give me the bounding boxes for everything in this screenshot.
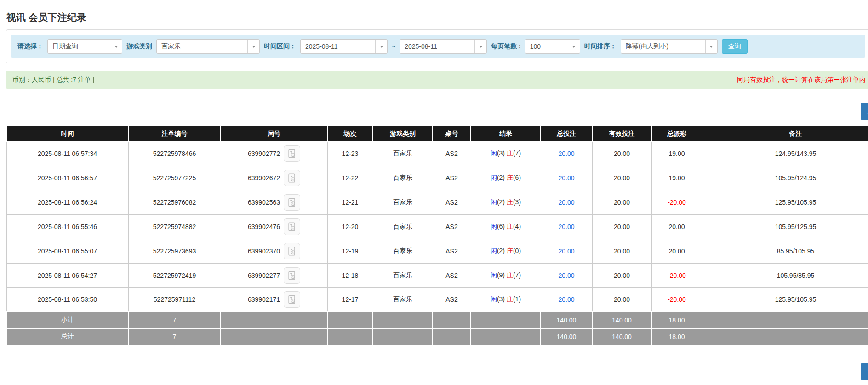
cell-session: 12-18 — [327, 263, 373, 287]
cell-total-bet-link[interactable]: 20.00 — [541, 239, 592, 263]
cell-bet-id: 522725977225 — [128, 166, 221, 190]
video-replay-button[interactable] — [284, 267, 300, 284]
game-type-select[interactable]: 百家乐 — [156, 39, 260, 54]
select-type-label: 请选择： — [17, 42, 43, 51]
chevron-down-icon — [705, 40, 717, 53]
cell-table-no: AS2 — [433, 287, 471, 312]
cell-game-type: 百家乐 — [373, 141, 433, 166]
pagination-page-1-top[interactable]: 1 — [861, 103, 868, 120]
result-banker-score: (3) — [513, 198, 521, 206]
header-remark: 备注 — [702, 126, 868, 141]
cell-valid-bet: 20.00 — [592, 166, 651, 190]
result-player-score: (3) — [497, 295, 505, 303]
result-banker-label: 庄 — [507, 295, 513, 303]
grand-total-count: 7 — [128, 328, 221, 345]
date-from-value: 2025-08-11 — [301, 43, 375, 50]
subtotal-payout: 18.00 — [651, 312, 702, 328]
cell-total-bet-link[interactable]: 20.00 — [541, 166, 592, 190]
header-session: 场次 — [327, 126, 373, 141]
cell-session: 12-21 — [327, 190, 373, 214]
cell-payout: 20.00 — [651, 239, 702, 263]
header-game-type: 游戏类别 — [373, 126, 433, 141]
cell-time: 2025-08-11 06:55:46 — [6, 214, 128, 239]
table-header: 时间 注单编号 局号 场次 游戏类别 桌号 结果 总投注 有效投注 总派彩 备注 — [6, 126, 868, 141]
sort-label: 时间排序： — [584, 42, 617, 51]
video-replay-button[interactable] — [284, 194, 300, 211]
cell-valid-bet: 20.00 — [592, 141, 651, 166]
cell-game-type: 百家乐 — [373, 166, 433, 190]
chevron-down-icon — [110, 40, 122, 53]
sort-select[interactable]: 降冪(由大到小) — [621, 39, 718, 54]
table-row: 2025-08-11 06:56:24 522725976082 6399025… — [6, 190, 868, 214]
filter-bar: 请选择： 日期查询 游戏类别 百家乐 时间区间： 2025-08-11 ~ 20… — [11, 35, 865, 58]
table-footer: 小计 7 140.00 140.00 18.00 总计 7 140.00 140… — [6, 312, 868, 345]
cell-time: 2025-08-11 06:55:07 — [6, 239, 128, 263]
date-from-select[interactable]: 2025-08-11 — [300, 39, 388, 54]
query-type-value: 日期查询 — [48, 42, 110, 51]
pagination-page-1-bottom[interactable]: 1 — [861, 363, 868, 380]
per-page-label: 每页笔数 : — [491, 42, 521, 51]
chevron-down-icon — [247, 40, 259, 53]
video-replay-icon — [287, 246, 297, 256]
summary-bar: 币别：人民币 | 总共 :7 注单 | 同局有效投注，统一计算在该局第一张注单内 — [6, 71, 868, 89]
result-player-label: 闲 — [491, 174, 497, 181]
date-to-select[interactable]: 2025-08-11 — [400, 39, 487, 54]
cell-total-bet-link[interactable]: 20.00 — [541, 287, 592, 312]
video-replay-icon — [287, 294, 297, 305]
cell-total-bet-link[interactable]: 20.00 — [541, 263, 592, 287]
game-type-label: 游戏类别 — [126, 42, 152, 51]
result-banker-label: 庄 — [507, 247, 513, 254]
result-player-label: 闲 — [491, 271, 497, 279]
cell-time: 2025-08-11 06:56:57 — [6, 166, 128, 190]
video-replay-icon — [287, 222, 297, 232]
cell-payout: 19.00 — [651, 141, 702, 166]
cell-valid-bet: 20.00 — [592, 239, 651, 263]
cell-round-id: 639902672 — [221, 166, 327, 190]
grand-total-total-bet: 140.00 — [541, 328, 592, 345]
per-page-value: 100 — [525, 43, 568, 50]
video-replay-button[interactable] — [284, 145, 300, 162]
cell-bet-id: 522725972419 — [128, 263, 221, 287]
filter-panel: 请选择： 日期查询 游戏类别 百家乐 时间区间： 2025-08-11 ~ 20… — [6, 29, 868, 63]
header-time: 时间 — [6, 126, 128, 141]
cell-total-bet-link[interactable]: 20.00 — [541, 190, 592, 214]
video-replay-button[interactable] — [284, 218, 300, 235]
video-replay-button[interactable] — [284, 243, 300, 259]
table-row: 2025-08-11 06:55:07 522725973693 6399023… — [6, 239, 868, 263]
cell-time: 2025-08-11 06:57:34 — [6, 141, 128, 166]
video-replay-icon — [287, 270, 297, 281]
cell-payout: -20.00 — [651, 287, 702, 312]
cell-table-no: AS2 — [433, 166, 471, 190]
subtotal-valid-bet: 140.00 — [592, 312, 651, 328]
bet-records-table: 时间 注单编号 局号 场次 游戏类别 桌号 结果 总投注 有效投注 总派彩 备注… — [6, 126, 868, 345]
video-replay-button[interactable] — [284, 170, 300, 186]
cell-table-no: AS2 — [433, 239, 471, 263]
table-row: 2025-08-11 06:57:34 522725978466 6399027… — [6, 141, 868, 166]
cell-valid-bet: 20.00 — [592, 287, 651, 312]
result-player-score: (2) — [497, 198, 505, 206]
time-range-label: 时间区间： — [264, 42, 296, 51]
cell-total-bet-link[interactable]: 20.00 — [541, 141, 592, 166]
per-page-select[interactable]: 100 — [525, 39, 580, 54]
chevron-down-icon — [568, 40, 580, 53]
query-type-select[interactable]: 日期查询 — [47, 39, 122, 54]
cell-remark: 105.95/124.95 — [702, 166, 868, 190]
cell-total-bet-link[interactable]: 20.00 — [541, 214, 592, 239]
result-player-label: 闲 — [491, 247, 497, 254]
round-number: 639902476 — [248, 223, 280, 230]
game-type-value: 百家乐 — [157, 42, 247, 51]
chevron-down-icon — [375, 40, 387, 53]
video-replay-button[interactable] — [284, 291, 300, 308]
grand-total-row: 总计 7 140.00 140.00 18.00 — [6, 328, 868, 345]
video-replay-icon — [287, 197, 297, 207]
cell-result: 闲(2) 庄(0) — [471, 239, 541, 263]
sort-value: 降冪(由大到小) — [621, 42, 705, 51]
table-row: 2025-08-11 06:53:50 522725971112 6399021… — [6, 287, 868, 312]
cell-session: 12-20 — [327, 214, 373, 239]
round-number: 639902772 — [248, 150, 280, 157]
cell-bet-id: 522725974882 — [128, 214, 221, 239]
header-table-no: 桌号 — [433, 126, 471, 141]
cell-bet-id: 522725971112 — [128, 287, 221, 312]
query-button[interactable]: 查询 — [722, 39, 748, 54]
cell-time: 2025-08-11 06:56:24 — [6, 190, 128, 214]
